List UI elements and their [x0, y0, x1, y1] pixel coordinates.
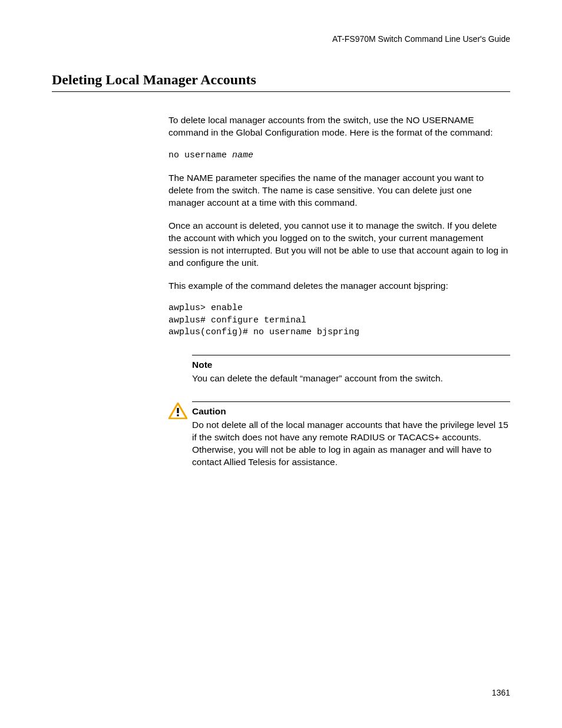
- caution-block: Caution Do not delete all of the local m…: [192, 401, 510, 469]
- caution-icon: [168, 403, 187, 419]
- cmd-param: name: [232, 150, 253, 160]
- note-body: You can delete the default “manager” acc…: [192, 373, 510, 385]
- paragraph-name-param: The NAME parameter specifies the name of…: [168, 172, 510, 209]
- note-rule: [192, 355, 510, 355]
- caution-row: Caution Do not delete all of the local m…: [168, 401, 510, 469]
- caution-rule: [192, 401, 510, 402]
- svg-rect-1: [177, 408, 178, 413]
- content-area: To delete local manager accounts from th…: [168, 114, 510, 469]
- paragraph-example-intro: This example of the command deletes the …: [168, 280, 510, 292]
- caution-title: Caution: [192, 406, 510, 418]
- svg-rect-2: [177, 414, 178, 416]
- cmd-prefix: no username: [168, 150, 232, 160]
- note-title: Note: [192, 359, 510, 371]
- command-example: awplus> enable awplus# configure termina…: [168, 302, 510, 338]
- caution-body: Do not delete all of the local manager a…: [192, 419, 510, 469]
- note-block: Note You can delete the default “manager…: [192, 355, 510, 385]
- page-number: 1361: [492, 688, 510, 697]
- document-page: AT-FS970M Switch Command Line User's Gui…: [0, 0, 562, 728]
- header-guide-title: AT-FS970M Switch Command Line User's Gui…: [52, 34, 510, 44]
- paragraph-intro: To delete local manager accounts from th…: [168, 114, 510, 139]
- paragraph-deleted-account: Once an account is deleted, you cannot u…: [168, 220, 510, 269]
- section-title: Deleting Local Manager Accounts: [52, 72, 510, 92]
- command-format: no username name: [168, 150, 510, 162]
